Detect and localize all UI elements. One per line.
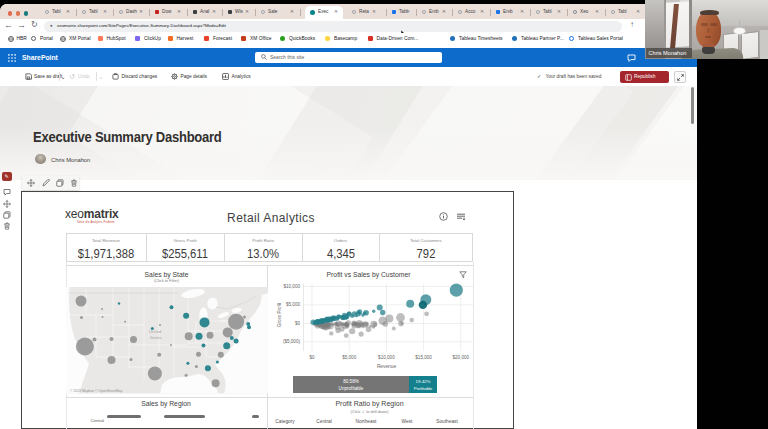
svg-text:© 2023 Mapbox © OpenStreetMap: © 2023 Mapbox © OpenStreetMap	[70, 389, 122, 393]
svg-text:States: States	[150, 335, 162, 340]
svg-text:United: United	[149, 329, 162, 334]
